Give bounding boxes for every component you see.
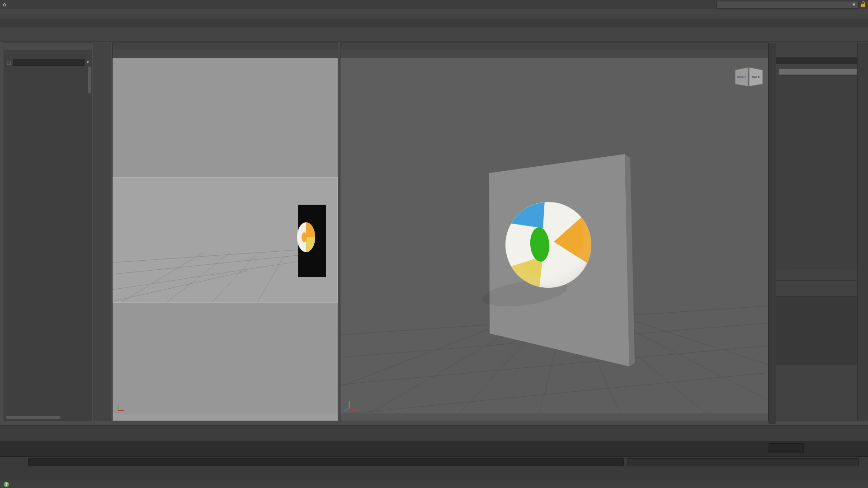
home-icon[interactable]: ⌂ [0, 1, 10, 8]
right-sidebar-tabs [857, 42, 868, 421]
shelf [0, 27, 868, 42]
camera1-scene [113, 58, 338, 414]
channel-box-menus [776, 50, 857, 57]
viewport-left-toolbar [113, 50, 338, 59]
outliner-tree [4, 67, 92, 421]
chevron-down-icon[interactable]: ▼ [87, 61, 89, 64]
shelf-tabs [0, 19, 868, 27]
outliner-title[interactable] [4, 43, 92, 50]
layer-editor-icons [776, 288, 857, 296]
layer-editor-tabs [776, 273, 857, 281]
viewport-right-canvas[interactable]: RIGHT BACK [340, 58, 768, 413]
shape-node-name[interactable] [779, 69, 857, 75]
current-frame-field[interactable] [769, 443, 804, 453]
help-icon[interactable]: ? [4, 482, 9, 487]
channel-box-empty-area [776, 75, 857, 269]
main-area: ⬚ ▼ [0, 42, 868, 425]
beach-ball[interactable] [505, 202, 591, 288]
help-line: ? [0, 480, 868, 488]
svg-text:BACK: BACK [752, 75, 760, 79]
panel-divider-strip [769, 42, 776, 424]
workspace-lock-icon[interactable] [861, 4, 865, 7]
outliner-hscrollbar[interactable] [6, 416, 60, 419]
status-line [0, 9, 868, 19]
shapes-label [776, 65, 857, 69]
channel-box-icons [776, 43, 857, 50]
layer-editor-menus [776, 281, 857, 288]
panel-resize-handle[interactable]: ·························· [776, 269, 857, 273]
time-slider [0, 441, 868, 457]
workspace-dropdown[interactable]: ▼ [717, 1, 859, 9]
outliner-search-row: ⬚ ▼ [4, 58, 92, 67]
outliner-vscrollbar[interactable] [88, 66, 91, 94]
toolbox [93, 42, 111, 421]
command-result [627, 458, 859, 466]
svg-text:RIGHT: RIGHT [737, 75, 746, 79]
animbot-toolbar [0, 425, 868, 441]
workspace-area: ▼ [714, 1, 868, 9]
maya-window: ⌂ ▼ ⬚ ▼ [0, 0, 868, 488]
playback-controls [808, 443, 866, 455]
outliner-menus [4, 50, 92, 58]
filter-icon[interactable]: ⬚ [6, 59, 11, 66]
timeline-ruler[interactable] [4, 442, 765, 455]
range-slider-bar [0, 468, 868, 480]
view-cube[interactable]: RIGHT BACK [735, 67, 763, 86]
menu-bar: ⌂ ▼ [0, 0, 868, 9]
viewport-left-menus [113, 43, 338, 51]
viewport-right-menus [340, 43, 768, 51]
chevron-down-icon: ▼ [853, 3, 855, 7]
command-line [0, 457, 868, 468]
viewport-persp[interactable]: RIGHT BACK [340, 42, 769, 421]
persp-scene: RIGHT BACK [340, 58, 768, 414]
channel-box-object-name[interactable] [776, 57, 857, 64]
outliner-panel: ⬚ ▼ [4, 42, 92, 421]
viewport-left-canvas[interactable] [113, 58, 338, 413]
viewport-camera1[interactable] [112, 42, 338, 421]
layer-list-empty [776, 296, 857, 365]
search-input[interactable] [13, 59, 85, 66]
viewport-right-statusbar [340, 413, 768, 421]
command-input[interactable] [28, 458, 624, 466]
channel-box-panel: ·························· [776, 42, 857, 421]
viewport-left-statusbar [113, 413, 338, 421]
viewport-right-toolbar [340, 50, 768, 59]
